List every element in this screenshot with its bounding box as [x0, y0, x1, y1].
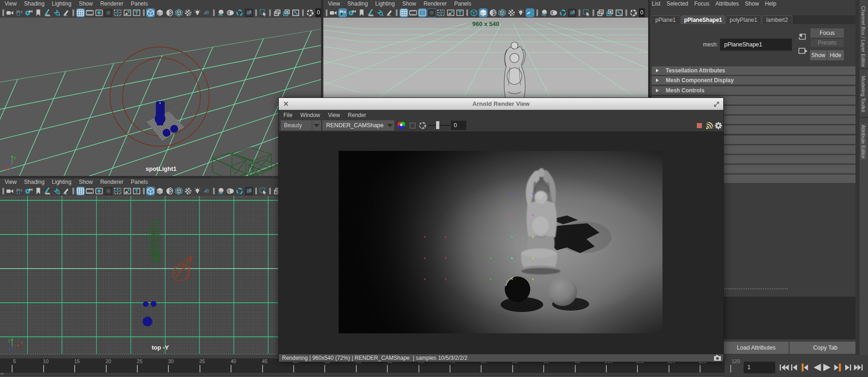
svg-text:z: z [9, 347, 11, 351]
svg-text:y: y [8, 338, 11, 343]
svg-text:x: x [20, 340, 23, 345]
svg-text:z: z [6, 160, 8, 164]
svg-text:y: y [14, 155, 16, 160]
